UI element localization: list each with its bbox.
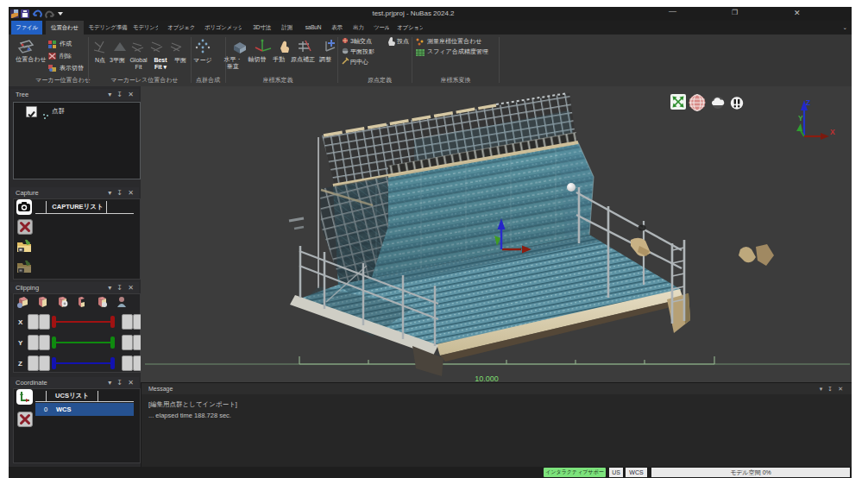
svg-text:10.000: 10.000 <box>475 374 499 382</box>
svg-text:Z: Z <box>806 98 810 107</box>
svg-text:Y: Y <box>798 114 803 123</box>
svg-text:X: X <box>830 128 835 136</box>
